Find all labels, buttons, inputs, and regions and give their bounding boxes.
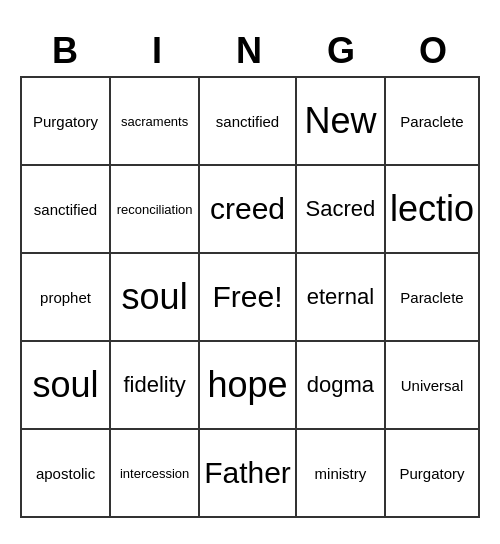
bingo-cell[interactable]: creed	[200, 166, 297, 254]
bingo-cell[interactable]: reconciliation	[111, 166, 200, 254]
cell-text: sacraments	[121, 114, 188, 129]
bingo-card: BINGO PurgatorysacramentssanctifiedNewPa…	[20, 26, 480, 518]
cell-text: soul	[33, 364, 99, 406]
cell-text: intercession	[120, 466, 189, 481]
bingo-grid: PurgatorysacramentssanctifiedNewParaclet…	[20, 76, 480, 518]
cell-text: Purgatory	[399, 465, 464, 482]
bingo-cell[interactable]: New	[297, 78, 386, 166]
cell-text: Free!	[213, 280, 283, 314]
header-letter: N	[204, 26, 296, 76]
bingo-cell[interactable]: fidelity	[111, 342, 200, 430]
bingo-cell[interactable]: sanctified	[200, 78, 297, 166]
header-letter: B	[20, 26, 112, 76]
header-letter: I	[112, 26, 204, 76]
bingo-cell[interactable]: Purgatory	[22, 78, 111, 166]
cell-text: prophet	[40, 289, 91, 306]
cell-text: apostolic	[36, 465, 95, 482]
cell-text: lectio	[390, 188, 474, 230]
bingo-cell[interactable]: eternal	[297, 254, 386, 342]
bingo-cell[interactable]: prophet	[22, 254, 111, 342]
bingo-cell[interactable]: Father	[200, 430, 297, 518]
bingo-cell[interactable]: Sacred	[297, 166, 386, 254]
cell-text: creed	[210, 192, 285, 226]
bingo-cell[interactable]: ministry	[297, 430, 386, 518]
bingo-cell[interactable]: sanctified	[22, 166, 111, 254]
bingo-cell[interactable]: sacraments	[111, 78, 200, 166]
cell-text: Paraclete	[400, 289, 463, 306]
bingo-cell[interactable]: Universal	[386, 342, 480, 430]
cell-text: ministry	[315, 465, 367, 482]
cell-text: hope	[207, 364, 287, 406]
bingo-cell[interactable]: Purgatory	[386, 430, 480, 518]
cell-text: Purgatory	[33, 113, 98, 130]
bingo-cell[interactable]: soul	[22, 342, 111, 430]
bingo-header: BINGO	[20, 26, 480, 76]
cell-text: sanctified	[216, 113, 279, 130]
bingo-cell[interactable]: dogma	[297, 342, 386, 430]
cell-text: Paraclete	[400, 113, 463, 130]
cell-text: sanctified	[34, 201, 97, 218]
cell-text: Sacred	[306, 196, 376, 222]
bingo-cell[interactable]: intercession	[111, 430, 200, 518]
bingo-cell[interactable]: soul	[111, 254, 200, 342]
cell-text: fidelity	[123, 372, 185, 398]
cell-text: Father	[204, 456, 291, 490]
cell-text: Universal	[401, 377, 464, 394]
bingo-cell[interactable]: lectio	[386, 166, 480, 254]
bingo-cell[interactable]: Paraclete	[386, 78, 480, 166]
cell-text: dogma	[307, 372, 374, 398]
header-letter: G	[296, 26, 388, 76]
bingo-cell[interactable]: Free!	[200, 254, 297, 342]
bingo-cell[interactable]: Paraclete	[386, 254, 480, 342]
bingo-cell[interactable]: apostolic	[22, 430, 111, 518]
header-letter: O	[388, 26, 480, 76]
cell-text: eternal	[307, 284, 374, 310]
cell-text: reconciliation	[117, 202, 193, 217]
cell-text: soul	[122, 276, 188, 318]
bingo-cell[interactable]: hope	[200, 342, 297, 430]
cell-text: New	[304, 100, 376, 142]
